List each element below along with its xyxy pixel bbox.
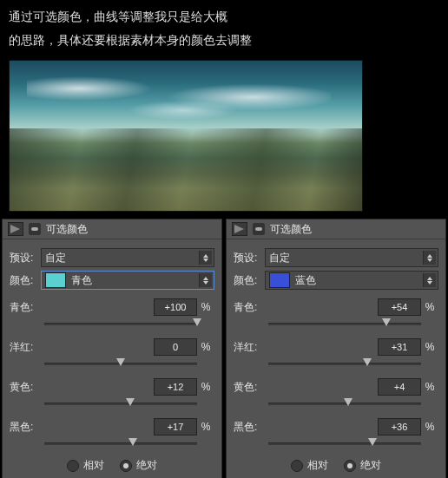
panel-header: 可选颜色: [3, 219, 221, 239]
chevron-updown-icon: [423, 273, 436, 287]
chevron-updown-icon: [423, 251, 436, 265]
black-value-input[interactable]: +17: [154, 418, 197, 435]
color-label: 颜色:: [234, 273, 265, 288]
adjustment-layer-icon: [8, 222, 23, 236]
panel-title: 可选颜色: [270, 222, 312, 237]
pct-label: %: [197, 421, 214, 433]
radio-icon: [344, 460, 356, 472]
pct-label: %: [421, 341, 438, 353]
radio-icon: [67, 460, 79, 472]
color-swatch: [269, 272, 290, 288]
magenta-label: 洋红:: [10, 340, 44, 355]
chevron-updown-icon: [199, 251, 212, 265]
slider-thumb[interactable]: [344, 398, 352, 406]
slider-thumb[interactable]: [116, 358, 125, 366]
panel-title: 可选颜色: [46, 222, 88, 237]
yellow-value-input[interactable]: +4: [378, 378, 421, 396]
caption-line2: 的思路，具体还要根据素材本身的颜色去调整: [9, 29, 439, 52]
black-value-input[interactable]: +36: [378, 418, 421, 435]
color-dropdown[interactable]: 青色: [41, 271, 214, 290]
yellow-label: 黄色:: [10, 380, 44, 395]
relative-label: 相对: [307, 458, 328, 473]
magenta-slider-track[interactable]: [268, 357, 421, 370]
magenta-slider-track[interactable]: [44, 357, 197, 370]
preset-label: 预设:: [234, 251, 265, 265]
yellow-slider-track[interactable]: [268, 397, 421, 409]
slider-thumb[interactable]: [363, 358, 372, 366]
pct-label: %: [197, 301, 214, 313]
yellow-slider-track[interactable]: [44, 397, 197, 409]
slider-thumb[interactable]: [126, 398, 135, 406]
adjustment-layer-icon: [232, 222, 247, 236]
chevron-updown-icon: [199, 273, 212, 287]
magenta-value-input[interactable]: 0: [154, 338, 197, 356]
cyan-value-input[interactable]: +54: [378, 298, 421, 316]
yellow-value-input[interactable]: +12: [154, 378, 197, 396]
caption-text: 通过可选颜色，曲线等调整我只是给大概 的思路，具体还要根据素材本身的颜色去调整: [0, 0, 448, 56]
selective-color-panel-right: 可选颜色 预设: 自定 颜色: 蓝色 青色: +54: [226, 219, 446, 478]
absolute-label: 绝对: [360, 458, 381, 473]
cyan-label: 青色:: [10, 300, 44, 315]
black-slider-track[interactable]: [44, 437, 197, 449]
cyan-value-input[interactable]: +100: [154, 298, 197, 316]
slider-thumb[interactable]: [193, 318, 201, 326]
preset-dropdown[interactable]: 自定: [41, 248, 214, 267]
absolute-radio[interactable]: 绝对: [120, 458, 157, 473]
panel-body: 预设: 自定 颜色: 青色 青色: +100 %: [3, 239, 221, 478]
mode-radio-group: 相对 绝对: [234, 458, 438, 473]
magenta-label: 洋红:: [234, 340, 268, 355]
pct-label: %: [197, 381, 214, 393]
selective-color-panel-left: 可选颜色 预设: 自定 颜色: 青色 青色: +100: [2, 219, 222, 478]
visibility-icon[interactable]: [253, 223, 265, 235]
relative-radio[interactable]: 相对: [67, 458, 104, 473]
cyan-label: 青色:: [234, 300, 268, 315]
preset-dropdown[interactable]: 自定: [265, 248, 438, 267]
absolute-label: 绝对: [136, 458, 157, 473]
black-slider-track[interactable]: [268, 437, 421, 449]
pct-label: %: [421, 301, 438, 313]
preset-value: 自定: [269, 251, 290, 265]
relative-radio[interactable]: 相对: [291, 458, 328, 473]
cyan-slider-track[interactable]: [44, 318, 197, 330]
radio-icon: [120, 460, 132, 472]
slider-thumb[interactable]: [382, 318, 391, 326]
pct-label: %: [197, 341, 214, 353]
preset-label: 预设:: [10, 251, 41, 265]
panel-header: 可选颜色: [227, 219, 445, 239]
slider-thumb[interactable]: [128, 438, 137, 446]
color-swatch: [45, 272, 66, 288]
cyan-slider-track[interactable]: [268, 318, 421, 330]
color-dropdown[interactable]: 蓝色: [265, 271, 438, 290]
black-label: 黑色:: [10, 420, 44, 435]
landscape-preview-image: [9, 60, 363, 212]
color-value: 青色: [71, 273, 92, 288]
preset-value: 自定: [45, 251, 66, 265]
absolute-radio[interactable]: 绝对: [344, 458, 381, 473]
relative-label: 相对: [83, 458, 104, 473]
visibility-icon[interactable]: [29, 223, 41, 235]
panels-container: 可选颜色 预设: 自定 颜色: 青色 青色: +100: [0, 219, 448, 478]
radio-icon: [291, 460, 303, 472]
yellow-label: 黄色:: [234, 380, 268, 395]
color-label: 颜色:: [10, 273, 41, 288]
panel-body: 预设: 自定 颜色: 蓝色 青色: +54 %: [227, 239, 445, 478]
black-label: 黑色:: [234, 420, 268, 435]
magenta-value-input[interactable]: +31: [378, 338, 421, 356]
color-value: 蓝色: [295, 273, 316, 288]
caption-line1: 通过可选颜色，曲线等调整我只是给大概: [9, 5, 439, 29]
pct-label: %: [421, 381, 438, 393]
slider-thumb[interactable]: [368, 438, 377, 446]
pct-label: %: [421, 421, 438, 433]
mode-radio-group: 相对 绝对: [10, 458, 214, 473]
